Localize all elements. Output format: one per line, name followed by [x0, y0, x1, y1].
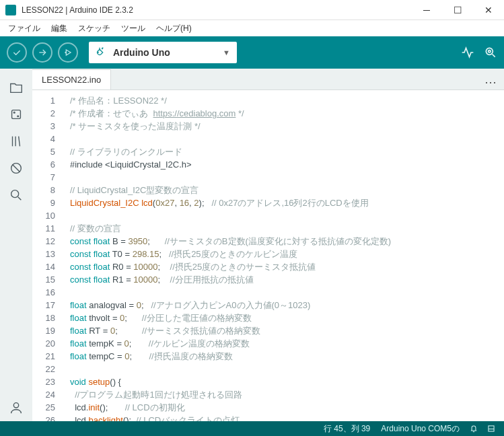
svg-point-2 — [65, 52, 66, 52]
board-port[interactable]: Arduino Uno COM5の — [375, 423, 465, 435]
svg-line-15 — [13, 165, 20, 172]
line-number: 16 — [32, 286, 65, 299]
tab-file[interactable]: LESSON22.ino — [32, 69, 111, 89]
statusbar: 行 45、列 39 Arduino Uno COM5の — [0, 421, 504, 436]
editor-area: LESSON22.ino ⋯ 1234567891011121314151617… — [32, 69, 504, 421]
line-number: 17 — [32, 299, 65, 312]
verify-button[interactable] — [7, 42, 27, 63]
svg-rect-8 — [12, 110, 21, 119]
code-line[interactable] — [65, 209, 504, 222]
svg-line-6 — [493, 54, 495, 57]
line-number: 20 — [32, 337, 65, 350]
svg-point-7 — [489, 50, 491, 52]
debug-button[interactable] — [58, 42, 78, 63]
code-line[interactable]: float analogval = 0; //アナログ入力ピンA0の入力値(0～… — [65, 299, 504, 312]
svg-point-9 — [13, 112, 15, 113]
line-number: 22 — [32, 363, 65, 375]
account-icon[interactable] — [0, 394, 32, 421]
line-number: 11 — [32, 222, 65, 235]
window-controls: ─ ☐ ✕ — [411, 0, 504, 20]
svg-point-18 — [13, 403, 18, 408]
line-gutter: 1234567891011121314151617181920212223242… — [32, 90, 65, 421]
notifications-icon[interactable] — [465, 424, 482, 433]
tab-overflow-button[interactable]: ⋯ — [478, 75, 504, 89]
code-line[interactable]: // LiquidCrystal_I2C型変数の宣言 — [65, 184, 504, 196]
code-line[interactable]: // ライブラリのインクルード — [65, 145, 504, 158]
close-button[interactable]: ✕ — [473, 0, 504, 20]
line-number: 2 — [32, 107, 65, 120]
menu-file[interactable]: ファイル — [3, 22, 46, 36]
code-line[interactable] — [65, 133, 504, 145]
code-line[interactable]: LiquidCrystal_I2C lcd(0x27, 16, 2); // 0… — [65, 196, 504, 209]
line-number: 4 — [32, 133, 65, 145]
menu-help[interactable]: ヘルプ(H) — [151, 22, 197, 36]
debug-sidebar-icon[interactable] — [0, 155, 32, 182]
serial-monitor-button[interactable] — [484, 46, 497, 59]
code-line[interactable] — [65, 286, 504, 299]
code-line[interactable]: /* サーミスタを使った温度計測 */ — [65, 120, 504, 133]
code-content[interactable]: /* 作品名：LESSON22 *//* 作成者：せでぃあ https://ce… — [65, 90, 504, 421]
code-line[interactable]: //プログラム起動時1回だけ処理される回路 — [65, 388, 504, 401]
library-manager-icon[interactable] — [0, 128, 32, 155]
check-icon — [11, 47, 22, 58]
sketchbook-icon[interactable] — [0, 74, 32, 101]
code-line[interactable]: void setup() { — [65, 375, 504, 388]
code-line[interactable]: /* 作成者：せでぃあ https://cediablog.com */ — [65, 107, 504, 120]
svg-point-16 — [11, 190, 19, 198]
line-number: 1 — [32, 94, 65, 107]
code-line[interactable]: #include <LiquidCrystal_I2C.h> — [65, 158, 504, 171]
app-icon — [5, 5, 16, 15]
code-line[interactable]: lcd.backlight(); // LCDバックライトの点灯 — [65, 414, 504, 421]
boards-manager-icon[interactable] — [0, 101, 32, 128]
line-number: 6 — [32, 158, 65, 171]
line-number: 9 — [32, 196, 65, 209]
serial-plotter-button[interactable] — [461, 46, 474, 59]
line-number: 10 — [32, 209, 65, 222]
code-line[interactable]: const float T0 = 298.15; //摂氏25度のときのケルビン… — [65, 248, 504, 260]
code-line[interactable]: float tempK = 0; //ケルビン温度の格納変数 — [65, 337, 504, 350]
line-number: 23 — [32, 375, 65, 388]
code-line[interactable]: float thvolt = 0; //分圧した電圧値の格納変数 — [65, 312, 504, 324]
arrow-right-icon — [37, 47, 48, 58]
code-line[interactable]: const float B = 3950; //サーミスタのB定数(温度変化に対… — [65, 235, 504, 248]
line-number: 15 — [32, 273, 65, 286]
cursor-position: 行 45、列 39 — [318, 423, 375, 435]
code-line[interactable] — [65, 171, 504, 184]
line-number: 18 — [32, 312, 65, 324]
code-line[interactable]: // 変数の宣言 — [65, 222, 504, 235]
code-line[interactable]: float tempC = 0; //摂氏温度の格納変数 — [65, 350, 504, 363]
plug-icon — [96, 46, 106, 59]
board-name: Arduino Uno — [113, 47, 223, 58]
search-icon[interactable] — [0, 182, 32, 209]
svg-rect-20 — [489, 426, 494, 431]
code-editor[interactable]: 1234567891011121314151617181920212223242… — [32, 90, 504, 421]
tab-bar: LESSON22.ino ⋯ — [32, 69, 504, 90]
code-line[interactable]: float RT = 0; //サーミスタ抵抗値の格納変数 — [65, 324, 504, 337]
pulse-icon — [461, 46, 474, 59]
menu-sketch[interactable]: スケッチ — [73, 22, 116, 36]
code-line[interactable]: const float R0 = 10000; //摂氏25度のときのサーミスタ… — [65, 260, 504, 273]
line-number: 3 — [32, 120, 65, 133]
line-number: 25 — [32, 401, 65, 414]
code-line[interactable]: const float R1 = 10000; //分圧用抵抗の抵抗値 — [65, 273, 504, 286]
svg-point-10 — [17, 116, 19, 117]
svg-line-17 — [18, 197, 22, 201]
toolbar: Arduino Uno ▼ — [0, 36, 504, 69]
board-selector[interactable]: Arduino Uno ▼ — [89, 42, 237, 63]
line-number: 5 — [32, 145, 65, 158]
line-number: 12 — [32, 235, 65, 248]
line-number: 24 — [32, 388, 65, 401]
code-line[interactable]: /* 作品名：LESSON22 */ — [65, 94, 504, 107]
code-line[interactable]: lcd.init(); // LCDの初期化 — [65, 401, 504, 414]
menu-edit[interactable]: 編集 — [46, 22, 73, 36]
debug-icon — [63, 47, 73, 58]
maximize-button[interactable]: ☐ — [442, 0, 473, 20]
menu-tools[interactable]: ツール — [116, 22, 151, 36]
svg-line-13 — [19, 137, 20, 147]
upload-button[interactable] — [32, 42, 52, 63]
minimize-button[interactable]: ─ — [411, 0, 442, 20]
close-panel-icon[interactable] — [482, 424, 500, 433]
code-line[interactable] — [65, 363, 504, 375]
line-number: 26 — [32, 414, 65, 421]
chevron-down-icon: ▼ — [223, 48, 230, 57]
